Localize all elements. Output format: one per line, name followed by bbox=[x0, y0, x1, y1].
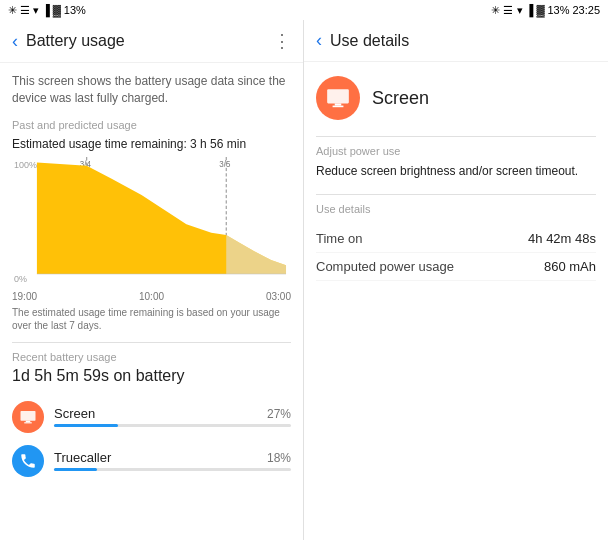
svg-text:0%: 0% bbox=[14, 273, 27, 283]
screen-app-name-row: Screen 27% bbox=[54, 406, 291, 421]
app-header-section: Screen bbox=[316, 76, 596, 120]
screen-icon bbox=[19, 408, 37, 426]
detail-row-power-usage: Computed power usage 860 mAh bbox=[316, 253, 596, 281]
chart-time-2: 10:00 bbox=[139, 291, 164, 302]
svg-marker-7 bbox=[226, 235, 286, 274]
status-bar-left: ✳ ☰ ▾ ▐ ▓ 13% bbox=[8, 4, 86, 17]
left-panel-header: ‹ Battery usage ⋮ bbox=[0, 20, 303, 63]
right-panel-title: Use details bbox=[330, 32, 596, 50]
status-bar: ✳ ☰ ▾ ▐ ▓ 13% ✳ ☰ ▾ ▐ ▓ 13% 23:25 bbox=[0, 0, 608, 20]
wifi-icon: ▾ bbox=[33, 4, 39, 17]
truecaller-app-info: Truecaller 18% bbox=[54, 450, 291, 471]
power-usage-value: 860 mAh bbox=[544, 259, 596, 274]
adjust-power-label: Adjust power use bbox=[316, 145, 596, 159]
status-bar-right-icons: ✳ ☰ ▾ ▐ ▓ bbox=[491, 4, 544, 17]
screen-app-name: Screen bbox=[54, 406, 95, 421]
past-predicted-label: Past and predicted usage bbox=[12, 119, 291, 131]
truecaller-app-percent: 18% bbox=[267, 451, 291, 465]
right-panel: ‹ Use details Screen Adjust power use Re… bbox=[304, 20, 608, 540]
svg-rect-9 bbox=[21, 411, 36, 421]
svg-rect-13 bbox=[335, 103, 342, 105]
more-options-button[interactable]: ⋮ bbox=[273, 30, 291, 52]
battery-chart: 100% 0% 3/4 3/5 bbox=[12, 157, 291, 287]
battery-icon: ▓ bbox=[53, 4, 61, 16]
chart-svg: 100% 0% 3/4 3/5 bbox=[12, 157, 291, 287]
battery-percent: 13% bbox=[64, 4, 86, 16]
right-divider-1 bbox=[316, 136, 596, 137]
truecaller-app-name-row: Truecaller 18% bbox=[54, 450, 291, 465]
time-on-label: Time on bbox=[316, 231, 362, 246]
notification-icon: ☰ bbox=[20, 4, 30, 17]
battery-duration: 1d 5h 5m 59s on battery bbox=[12, 367, 291, 385]
page-title: Battery usage bbox=[26, 32, 273, 50]
screen-app-icon bbox=[12, 401, 44, 433]
chart-footer: 19:00 10:00 03:00 bbox=[12, 291, 291, 302]
status-bar-right: ✳ ☰ ▾ ▐ ▓ 13% 23:25 bbox=[491, 4, 600, 17]
estimated-time: Estimated usage time remaining: 3 h 56 m… bbox=[12, 137, 291, 151]
detail-row-time-on: Time on 4h 42m 48s bbox=[316, 225, 596, 253]
status-time-right: 13% bbox=[547, 4, 569, 16]
left-panel-body: This screen shows the battery usage data… bbox=[0, 63, 303, 540]
adjust-power-text: Reduce screen brightness and/or screen t… bbox=[316, 163, 596, 180]
use-details-section: Use details Time on 4h 42m 48s Computed … bbox=[316, 203, 596, 281]
screen-progress-fill bbox=[54, 424, 118, 427]
chart-time-3: 03:00 bbox=[266, 291, 291, 302]
svg-text:100%: 100% bbox=[14, 159, 37, 169]
svg-rect-12 bbox=[327, 89, 349, 103]
signal-icon: ▐ bbox=[42, 4, 50, 16]
truecaller-progress-fill bbox=[54, 468, 97, 471]
right-app-icon bbox=[316, 76, 360, 120]
left-panel: ‹ Battery usage ⋮ This screen shows the … bbox=[0, 20, 304, 540]
power-usage-label: Computed power usage bbox=[316, 259, 454, 274]
app-item-truecaller[interactable]: Truecaller 18% bbox=[12, 439, 291, 483]
screen-progress-bg bbox=[54, 424, 291, 427]
truecaller-progress-bg bbox=[54, 468, 291, 471]
right-screen-icon bbox=[325, 85, 351, 111]
right-back-button[interactable]: ‹ bbox=[316, 30, 322, 51]
phone-icon bbox=[19, 452, 37, 470]
time-on-value: 4h 42m 48s bbox=[528, 231, 596, 246]
right-panel-body: Screen Adjust power use Reduce screen br… bbox=[304, 62, 608, 295]
chart-time-1: 19:00 bbox=[12, 291, 37, 302]
main-content: ‹ Battery usage ⋮ This screen shows the … bbox=[0, 20, 608, 540]
screen-app-info: Screen 27% bbox=[54, 406, 291, 427]
svg-text:3/5: 3/5 bbox=[219, 158, 230, 168]
truecaller-app-name: Truecaller bbox=[54, 450, 111, 465]
right-panel-header: ‹ Use details bbox=[304, 20, 608, 62]
svg-rect-11 bbox=[24, 422, 32, 423]
chart-note: The estimated usage time remaining is ba… bbox=[12, 306, 291, 332]
status-time: 23:25 bbox=[572, 4, 600, 16]
svg-rect-14 bbox=[333, 106, 344, 108]
use-details-label: Use details bbox=[316, 203, 596, 217]
back-button[interactable]: ‹ bbox=[12, 31, 18, 52]
description-text: This screen shows the battery usage data… bbox=[12, 73, 291, 107]
right-divider-2 bbox=[316, 194, 596, 195]
section-divider bbox=[12, 342, 291, 343]
screen-app-percent: 27% bbox=[267, 407, 291, 421]
bluetooth-icon: ✳ bbox=[8, 4, 17, 17]
right-app-name: Screen bbox=[372, 88, 429, 109]
svg-rect-10 bbox=[26, 420, 31, 422]
app-item-screen[interactable]: Screen 27% bbox=[12, 395, 291, 439]
recent-label: Recent battery usage bbox=[12, 351, 291, 363]
truecaller-app-icon bbox=[12, 445, 44, 477]
